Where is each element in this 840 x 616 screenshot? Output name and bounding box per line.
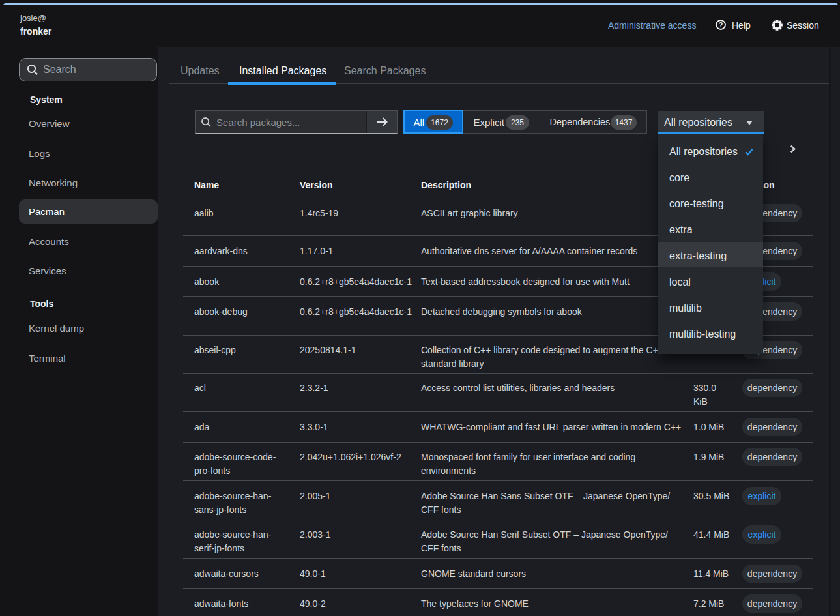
svg-text:?: ? <box>719 21 723 29</box>
